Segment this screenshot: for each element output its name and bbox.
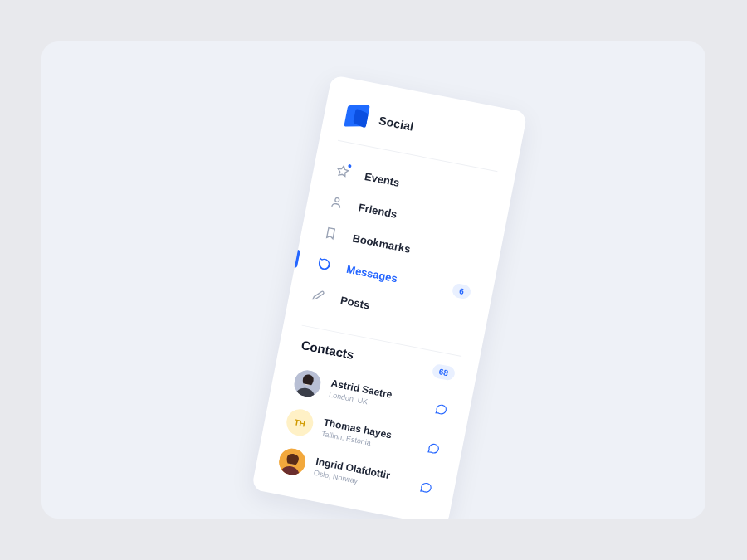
nav-label: Messages (345, 262, 398, 285)
bookmark-icon (322, 225, 339, 242)
messages-count-badge: 6 (452, 282, 471, 299)
nav-label: Posts (339, 294, 371, 311)
nav-label: Events (364, 169, 401, 188)
chat-icon (316, 256, 334, 273)
pencil-icon (310, 286, 327, 304)
brand-name: Social (378, 114, 415, 134)
contact-meta: Ingrid Olafdottir Oslo, Norway (313, 455, 391, 491)
message-icon[interactable] (433, 402, 449, 417)
nav-label: Friends (358, 201, 398, 221)
social-sidebar: Social Events Friends (251, 75, 528, 519)
logo-cube-icon (344, 103, 369, 128)
avatar (292, 368, 324, 399)
nav-list: Events Friends Bookmarks Messages 6 (286, 145, 514, 351)
avatar (276, 446, 308, 478)
contacts-count-badge: 68 (432, 363, 456, 382)
contact-meta: Thomas hayes Tallinn, Estonia (320, 416, 393, 450)
message-icon[interactable] (418, 480, 434, 495)
contacts-title: Contacts (300, 338, 355, 362)
avatar-initials: TH (285, 407, 316, 439)
svg-point-0 (334, 197, 339, 202)
user-icon (328, 193, 345, 211)
app-frame: Social Events Friends (42, 41, 706, 519)
nav-label: Bookmarks (352, 231, 412, 255)
message-icon[interactable] (426, 441, 442, 456)
contact-meta: Astrid Saetre London, UK (328, 377, 393, 411)
